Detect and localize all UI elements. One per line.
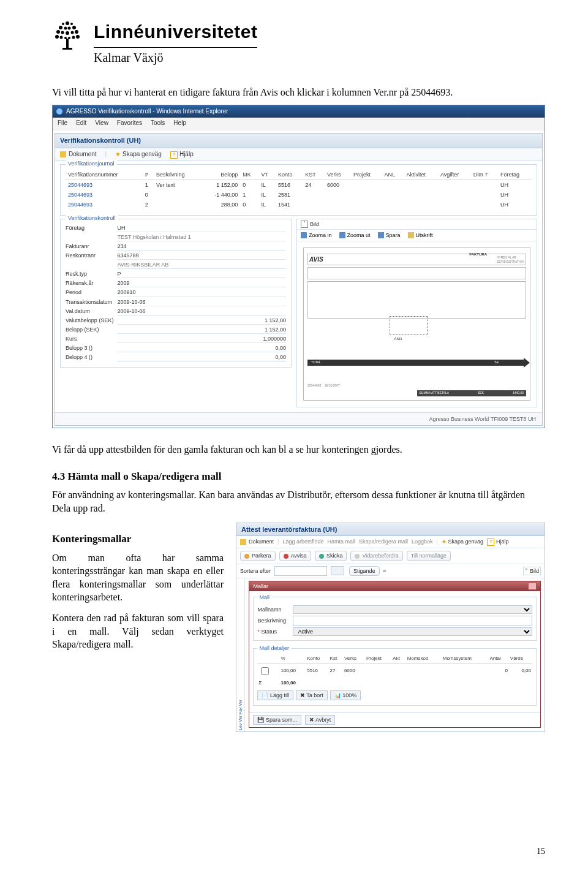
university-name: Linnéuniversitetet — [94, 20, 257, 48]
verifikationsjournal-group: Verifikationsjournal Verifikationsnummer… — [60, 164, 537, 216]
invoice-preview: FAKTURA AVIS HYRES AL ABSE/REGISTRATION … — [303, 248, 530, 401]
save-icon — [378, 232, 384, 238]
skicka-button[interactable]: Skicka — [315, 551, 347, 561]
sort-input[interactable] — [274, 566, 327, 576]
mallnamn-select[interactable] — [293, 605, 532, 614]
kontroll-legend: Verifikationskontroll — [66, 214, 118, 222]
browser-titlebar: AGRESSO Verifikationskontroll - Windows … — [53, 105, 545, 118]
spara-som-button[interactable]: 💾 Spara som... — [253, 715, 301, 725]
svg-point-1 — [70, 23, 73, 25]
avvisa-button[interactable]: Avvisa — [279, 551, 311, 561]
svg-point-2 — [62, 23, 64, 25]
stamp-icon — [390, 316, 428, 334]
normallage-button[interactable]: Till normalläge — [407, 551, 451, 561]
vidarebefordra-button[interactable]: Vidarebefordra — [350, 551, 402, 561]
section-title: 4.3 Hämta mall o Skapa/redigera mall — [52, 470, 545, 484]
skapa-mall-button[interactable]: Skapa/redigera mall — [359, 538, 408, 546]
skapa-genvag-button[interactable]: ★ Skapa genväg — [442, 538, 483, 546]
sort-button[interactable] — [331, 566, 344, 575]
lagg-arbetsflode-button[interactable]: Lägg arbetsflöde — [282, 538, 323, 546]
page-number: 15 — [537, 846, 545, 858]
hamta-mall-button[interactable]: Hämta mall — [327, 538, 355, 546]
reject-icon — [284, 554, 288, 559]
close-icon[interactable] — [528, 583, 537, 590]
utskrift-button[interactable]: Utskrift — [408, 232, 433, 239]
status-label: Status — [257, 628, 289, 635]
menu-edit[interactable]: Edit — [76, 119, 86, 130]
dokument-button[interactable]: Dokument — [240, 538, 274, 546]
forward-icon — [355, 554, 360, 559]
svg-point-11 — [66, 31, 69, 35]
zoom-in-icon — [301, 232, 307, 238]
dokument-button[interactable]: Dokument — [60, 150, 97, 159]
star-icon: ★ — [115, 151, 121, 157]
verifikationskontroll-group: Verifikationskontroll FöretagUH TEST Hög… — [60, 219, 292, 368]
table-row[interactable]: 250446932 288,00 0IL 1541 UH — [66, 200, 532, 210]
skapa-genvag-button[interactable]: ★ Skapa genväg — [115, 150, 162, 159]
table-row[interactable]: 250446931 Ver text1 152,00 0IL 551624 60… — [66, 180, 532, 191]
row-checkbox[interactable] — [261, 667, 269, 675]
hjalp-button[interactable]: ?Hjälp — [487, 538, 509, 546]
university-subtitle: Kalmar Växjö — [94, 50, 257, 66]
hundred-button[interactable]: 📊 100% — [330, 690, 361, 700]
parkera-button[interactable]: Parkera — [240, 551, 276, 561]
mallnamn-label: Mallnamn — [257, 606, 289, 613]
avbryt-button[interactable]: ✖ Avbryt — [305, 715, 335, 725]
beskrivning-label: Beskrivning — [257, 617, 289, 624]
bild-panel: ˄ Bild Zooma in Zooma ut Spara Utskrift … — [296, 219, 537, 407]
stigande-button[interactable]: Stigande — [349, 566, 380, 576]
zoom-out-button[interactable]: Zooma ut — [339, 232, 371, 239]
document-icon — [60, 151, 66, 157]
help-icon: ? — [487, 539, 494, 546]
table-row[interactable]: 250446930 -1 440,00 1IL 2581 UH — [66, 190, 532, 200]
doc-header: Linnéuniversitetet Kalmar Växjö — [52, 18, 545, 66]
svg-point-13 — [76, 35, 80, 39]
ta-bort-button[interactable]: ✖ Ta bort — [296, 690, 328, 700]
zoom-in-button[interactable]: Zooma in — [301, 232, 332, 239]
app-toolbar: Dokument | ★ Skapa genväg ?Hjälp — [55, 148, 542, 161]
svg-point-14 — [60, 36, 63, 39]
status-select[interactable]: Active — [293, 627, 532, 636]
mall-legend: Mall — [257, 594, 271, 601]
left-p2: Kontera den rad på fakturan som vill spa… — [52, 611, 224, 651]
help-icon: ? — [170, 151, 178, 159]
hjalp-button[interactable]: ?Hjälp — [170, 150, 194, 159]
beskrivning-input[interactable] — [293, 616, 532, 625]
journal-table: Verifikationsnummer# BeskrivningBelopp M… — [66, 170, 532, 210]
mall-window-title: Attest leverantörsfaktura (UH) — [236, 523, 545, 537]
loggbok-button[interactable]: Loggbok — [412, 538, 433, 546]
collapse-icon[interactable]: ˄ — [301, 221, 308, 228]
mid-paragraph: Vi får då upp attestbilden för den gamla… — [52, 443, 545, 456]
menu-tools[interactable]: Tools — [151, 119, 165, 130]
sort-row: Sortera efter Stigande « ˄ Bild — [236, 564, 545, 578]
screenshot-mallar: Attest leverantörsfaktura (UH) Dokument … — [236, 523, 545, 732]
menu-help[interactable]: Help — [173, 119, 186, 130]
status-bar: Agresso Business World TFI009 TEST8 UH — [55, 412, 542, 425]
menu-view[interactable]: View — [95, 119, 108, 130]
park-icon — [244, 554, 249, 559]
svg-point-4 — [72, 26, 76, 29]
detaljer-table: % KontoKst VerksProjekt AktMomskod Momss… — [257, 654, 532, 687]
mall-toolbar: Dokument | Lägg arbetsflöde Hämta mall S… — [236, 536, 545, 548]
svg-point-6 — [68, 27, 71, 30]
lagg-till-button[interactable]: 📄 Lägg till — [257, 690, 293, 700]
table-row[interactable]: Σ100,00 — [257, 679, 532, 688]
star-icon: ★ — [442, 539, 447, 545]
screenshot-verifikationskontroll: AGRESSO Verifikationskontroll - Windows … — [52, 105, 545, 428]
arrow-icon — [502, 360, 526, 366]
svg-point-3 — [59, 26, 62, 29]
bild-legend-label: Bild — [310, 221, 319, 228]
spara-button[interactable]: Spara — [378, 232, 401, 239]
app-title: Verifikationskontroll (UH) — [55, 134, 542, 148]
send-icon — [319, 554, 324, 559]
table-row[interactable]: 100,005516 276000 0 0,00 — [257, 663, 532, 678]
svg-point-0 — [66, 21, 69, 25]
dialog-title: Mallar — [253, 583, 268, 590]
menu-favorites[interactable]: Favorites — [117, 119, 142, 130]
tree-logo-icon — [52, 18, 83, 53]
section-paragraph: För användning av konteringsmallar. Kan … — [52, 488, 545, 515]
svg-point-9 — [61, 31, 64, 34]
svg-point-8 — [75, 30, 78, 34]
sidebar-tabs[interactable]: Lev Ver Fak Ver — [236, 578, 245, 731]
menu-file[interactable]: File — [58, 119, 67, 130]
